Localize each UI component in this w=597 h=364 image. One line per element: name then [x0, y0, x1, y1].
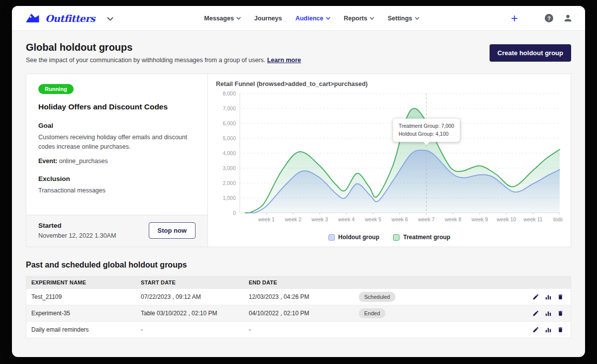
primary-nav: MessagesJourneysAudienceReportsSettings [113, 15, 510, 22]
stop-now-button[interactable]: Stop now [149, 222, 196, 239]
nav-item-label: Messages [204, 15, 234, 22]
event-label: Event: [38, 158, 57, 165]
cell-status: Ended [359, 308, 516, 318]
page-header: Global holdout groups See the impact of … [26, 42, 571, 64]
column-header: EXPERIMENT NAME [31, 279, 141, 285]
nav-item-journeys[interactable]: Journeys [254, 15, 282, 22]
top-nav-bar: Outfitters MessagesJourneysAudienceRepor… [12, 6, 585, 31]
table-header-row: EXPERIMENT NAMESTART DATEEND DATE [26, 276, 571, 288]
delete-icon[interactable] [557, 293, 564, 300]
help-icon[interactable]: ? [545, 14, 553, 22]
experiment-card: Running Holiday Offers and Discount Code… [26, 74, 571, 247]
analytics-icon[interactable] [545, 326, 552, 333]
plus-icon[interactable]: + [510, 12, 519, 24]
page-subtitle: See the impact of your communication by … [26, 57, 301, 64]
experiment-footer: Started November 12, 2022 1.30AM Stop no… [26, 215, 207, 247]
row-actions [516, 310, 566, 317]
page-title: Global holdout groups [26, 42, 301, 53]
chart-tooltip: Treatment Group: 7,000Holdout Group: 4,1… [393, 118, 460, 142]
svg-text:7,000: 7,000 [223, 105, 236, 111]
cell-status: Scheduled [359, 292, 516, 302]
cell-start: 07/22/2023 , 09:12 AM [141, 293, 249, 300]
user-icon[interactable] [564, 14, 572, 22]
chevron-down-icon [370, 17, 374, 20]
nav-item-label: Settings [388, 15, 412, 22]
table-row[interactable]: Daily email reminders-- [26, 321, 571, 338]
svg-text:week 7: week 7 [417, 216, 434, 222]
event-value: online_purchases [59, 158, 108, 165]
brand-name: Outfitters [45, 13, 95, 24]
create-holdout-group-button[interactable]: Create holdout group [490, 44, 571, 62]
goal-label: Goal [38, 122, 196, 129]
cell-name: Experiment-35 [31, 310, 141, 317]
legend-swatch [393, 234, 399, 241]
svg-text:1,000: 1,000 [223, 195, 236, 201]
workspace-switcher[interactable] [107, 14, 113, 23]
chevron-down-icon [236, 17, 241, 20]
cell-name: Daily email reminders [31, 326, 141, 333]
svg-text:week 6: week 6 [391, 216, 408, 222]
svg-text:week 9: week 9 [471, 216, 488, 222]
event-line: Event: online_purchases [38, 158, 196, 165]
experiment-details: Running Holiday Offers and Discount Code… [26, 74, 208, 247]
legend-label: Treatment group [403, 234, 450, 241]
svg-text:3,000: 3,000 [223, 165, 236, 171]
cell-start: Table 03/10/2022 , 02:10 PM [141, 310, 249, 317]
row-actions [516, 293, 566, 300]
svg-text:2,000: 2,000 [223, 180, 236, 186]
edit-icon[interactable] [532, 326, 539, 333]
table-row[interactable]: Experiment-35Table 03/10/2022 , 02:10 PM… [26, 305, 571, 321]
cell-name: Test_21109 [31, 293, 141, 300]
svg-text:week 10: week 10 [496, 216, 516, 222]
column-header: START DATE [141, 279, 249, 285]
delete-icon[interactable] [557, 310, 564, 317]
svg-text:today: today [553, 216, 563, 222]
nav-item-reports[interactable]: Reports [344, 15, 374, 22]
cell-end: 12/03/2023 , 04:26 PM [249, 293, 359, 300]
cell-end: - [249, 326, 359, 333]
tooltip-line: Holdout Group: 4,100 [398, 130, 454, 138]
row-actions [516, 326, 566, 333]
cell-start: - [141, 326, 249, 333]
table-row[interactable]: Test_2110907/22/2023 , 09:12 AM12/03/202… [26, 288, 571, 305]
svg-text:week 8: week 8 [444, 216, 461, 222]
started-value: November 12, 2022 1.30AM [38, 232, 116, 239]
cell-end: 04/10/2022 , 02:10 PM [249, 310, 359, 317]
analytics-icon[interactable] [545, 310, 552, 317]
chevron-down-icon [415, 17, 419, 20]
top-actions: + ? [510, 12, 572, 24]
chart-title: Retail Funnel (browsed>added_to_cart>pur… [216, 81, 563, 88]
column-header: END DATE [249, 279, 359, 285]
exclusion-text: Transactional messages [38, 186, 196, 195]
status-badge: Ended [359, 308, 386, 318]
chevron-down-icon [107, 14, 113, 23]
nav-item-settings[interactable]: Settings [388, 15, 419, 22]
svg-text:4,000: 4,000 [223, 150, 236, 156]
svg-text:week 5: week 5 [364, 216, 381, 222]
app-window: Outfitters MessagesJourneysAudienceRepor… [12, 6, 585, 357]
tooltip-line: Treatment Group: 7,000 [398, 122, 454, 130]
delete-icon[interactable] [557, 326, 564, 333]
edit-icon[interactable] [532, 293, 539, 300]
chart-panel: Retail Funnel (browsed>added_to_cart>pur… [208, 74, 571, 247]
legend-label: Holdout group [338, 234, 380, 241]
svg-text:week 1: week 1 [258, 216, 275, 222]
svg-text:5,000: 5,000 [223, 135, 236, 141]
started-label: Started [38, 222, 116, 229]
nav-item-messages[interactable]: Messages [204, 15, 241, 22]
nav-item-label: Journeys [254, 15, 282, 22]
exclusion-label: Exclusion [38, 175, 196, 182]
legend-swatch [328, 234, 335, 241]
svg-text:week 4: week 4 [338, 216, 355, 222]
nav-item-label: Audience [296, 15, 323, 22]
chart-legend: Holdout groupTreatment group [216, 234, 563, 241]
svg-text:8,000: 8,000 [223, 91, 236, 96]
chevron-down-icon [326, 17, 330, 20]
edit-icon[interactable] [532, 310, 539, 317]
nav-item-audience[interactable]: Audience [296, 15, 330, 22]
svg-text:week 11: week 11 [523, 216, 542, 222]
area-chart: 01,0002,0003,0004,0005,0006,0007,0008,00… [216, 89, 563, 234]
learn-more-link[interactable]: Learn more [267, 57, 301, 64]
brand[interactable]: Outfitters [25, 12, 95, 25]
analytics-icon[interactable] [545, 293, 552, 300]
